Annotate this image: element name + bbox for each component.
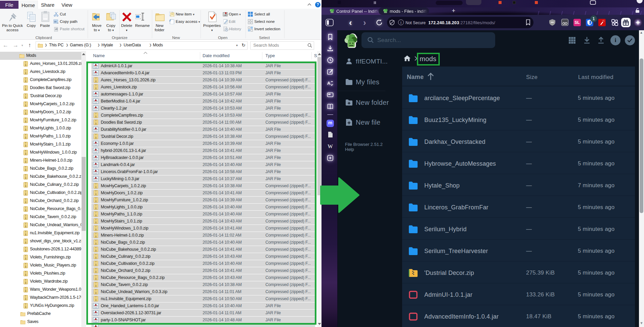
svg-text:A: A <box>327 81 331 86</box>
svg-text:W: W <box>54 20 57 23</box>
